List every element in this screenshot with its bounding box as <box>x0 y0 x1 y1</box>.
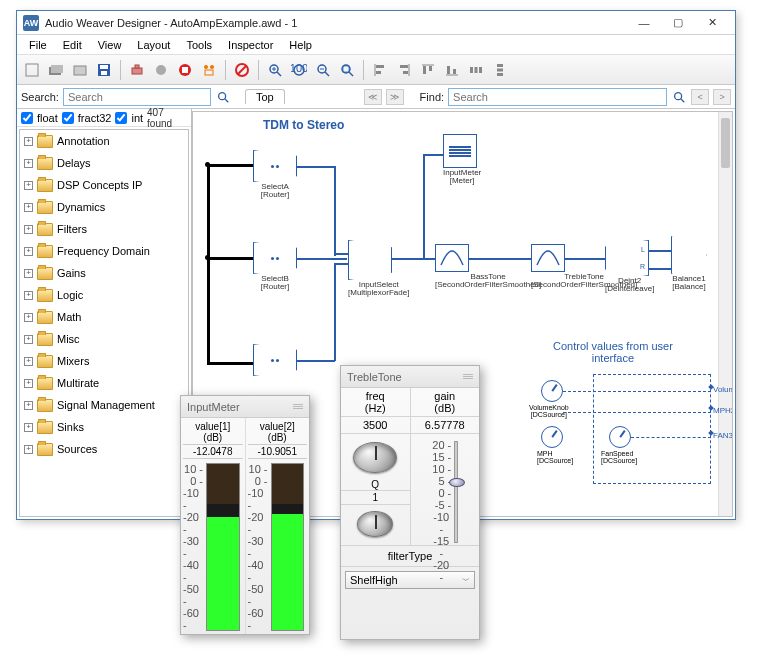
gain-slider-thumb[interactable] <box>449 478 465 487</box>
drag-grip-icon[interactable] <box>463 374 473 379</box>
find-prev[interactable]: < <box>691 89 709 105</box>
expand-icon[interactable]: + <box>24 203 33 212</box>
expand-icon[interactable]: + <box>24 225 33 234</box>
out-volume1: Volume1 <box>713 385 733 394</box>
tree-item[interactable]: +Annotation <box>20 130 188 152</box>
tb-open[interactable] <box>45 59 67 81</box>
gain-slider[interactable] <box>454 441 458 543</box>
expand-icon[interactable]: + <box>24 445 33 454</box>
find-next[interactable]: > <box>713 89 731 105</box>
tree-item[interactable]: +Filters <box>20 218 188 240</box>
tb-dist-v[interactable] <box>489 59 511 81</box>
tb-zoom-out[interactable] <box>312 59 334 81</box>
menu-tools[interactable]: Tools <box>178 37 220 53</box>
tree-item[interactable]: +Delays <box>20 152 188 174</box>
expand-icon[interactable]: + <box>24 335 33 344</box>
tree-item[interactable]: +Signal Management <box>20 394 188 416</box>
find-icon[interactable] <box>671 89 687 105</box>
tab-nav-next[interactable]: ≫ <box>386 89 404 105</box>
tree-item[interactable]: +Logic <box>20 284 188 306</box>
input-meter-title[interactable]: InputMeter <box>181 396 309 418</box>
folder-icon <box>37 179 53 192</box>
tree-item[interactable]: +Sources <box>20 438 188 460</box>
menu-inspector[interactable]: Inspector <box>220 37 281 53</box>
tb-align-right[interactable] <box>393 59 415 81</box>
tb-build[interactable] <box>126 59 148 81</box>
expand-icon[interactable]: + <box>24 401 33 410</box>
tree-item[interactable]: +Sinks <box>20 416 188 438</box>
expand-icon[interactable]: + <box>24 357 33 366</box>
search-icon[interactable] <box>215 89 231 105</box>
filter-type-dropdown[interactable]: ShelfHigh﹀ <box>345 571 475 589</box>
tree-item[interactable]: +Mixers <box>20 350 188 372</box>
menu-help[interactable]: Help <box>281 37 320 53</box>
q-knob[interactable] <box>357 511 393 537</box>
module-tree[interactable]: +Annotation+Delays+DSP Concepts IP+Dynam… <box>19 129 189 517</box>
expand-icon[interactable]: + <box>24 181 33 190</box>
minimize-button[interactable]: — <box>627 13 661 33</box>
expand-icon[interactable]: + <box>24 159 33 168</box>
expand-icon[interactable]: + <box>24 379 33 388</box>
module-search-input[interactable] <box>63 88 211 106</box>
block-select-a[interactable]: SelectA [Router] <box>253 150 297 200</box>
window-title: Audio Weaver Designer - AutoAmpExample.a… <box>45 17 627 29</box>
tb-align-top[interactable] <box>417 59 439 81</box>
tree-item[interactable]: +Dynamics <box>20 196 188 218</box>
tree-item[interactable]: +Misc <box>20 328 188 350</box>
expand-icon[interactable]: + <box>24 313 33 322</box>
filter-int-chk[interactable] <box>115 112 127 124</box>
gain-hdr: gain (dB) <box>411 388 480 416</box>
expand-icon[interactable]: + <box>24 247 33 256</box>
tb-save[interactable] <box>93 59 115 81</box>
tb-stop[interactable] <box>174 59 196 81</box>
block-balance1[interactable]: Balance1 [Balance] <box>671 236 707 292</box>
tab-nav-prev[interactable]: ≪ <box>364 89 382 105</box>
tb-new[interactable] <box>21 59 43 81</box>
tree-item[interactable]: +Math <box>20 306 188 328</box>
expand-icon[interactable]: + <box>24 291 33 300</box>
freq-knob[interactable] <box>353 442 397 473</box>
input-meter-panel[interactable]: InputMeter value[1] (dB) -12.0478 10 -0 … <box>180 395 310 635</box>
tb-tune[interactable] <box>198 59 220 81</box>
block-mph[interactable] <box>541 426 563 448</box>
block-fan-speed[interactable] <box>609 426 631 448</box>
treble-tone-panel[interactable]: TrebleTone freq (Hz) gain (dB) 3500 6.57… <box>340 365 480 640</box>
tb-zoom-in[interactable] <box>264 59 286 81</box>
close-button[interactable]: ✕ <box>695 13 729 33</box>
canvas-find-input[interactable] <box>448 88 667 106</box>
filter-fract32-chk[interactable] <box>62 112 74 124</box>
expand-icon[interactable]: + <box>24 137 33 146</box>
tb-browse[interactable] <box>69 59 91 81</box>
treble-tone-title[interactable]: TrebleTone <box>341 366 479 388</box>
tree-item[interactable]: +Frequency Domain <box>20 240 188 262</box>
drag-grip-icon[interactable] <box>293 404 303 409</box>
tb-align-left[interactable] <box>369 59 391 81</box>
block-input-meter[interactable]: InputMeter [Meter] <box>443 134 481 186</box>
block-deint2[interactable]: L R Deint2 [Deinterleave] <box>605 240 654 294</box>
block-volume-knob[interactable] <box>541 380 563 402</box>
tb-record[interactable] <box>150 59 172 81</box>
block-input-select[interactable]: InputSelect [MultiplexorFade] <box>348 240 409 298</box>
tb-zoom-100[interactable]: 100 <box>288 59 310 81</box>
tb-disable[interactable] <box>231 59 253 81</box>
filter-float-chk[interactable] <box>21 112 33 124</box>
expand-icon[interactable]: + <box>24 269 33 278</box>
block-bass-tone[interactable]: BassTone [SecondOrderFilterSmoothed] <box>435 244 541 290</box>
menu-layout[interactable]: Layout <box>129 37 178 53</box>
canvas-tab-top[interactable]: Top <box>245 89 285 104</box>
titlebar[interactable]: AW Audio Weaver Designer - AutoAmpExampl… <box>17 11 735 35</box>
block-select-c[interactable] <box>253 344 297 376</box>
maximize-button[interactable]: ▢ <box>661 13 695 33</box>
tb-dist-h[interactable] <box>465 59 487 81</box>
block-select-b[interactable]: SelectB [Router] <box>253 242 297 292</box>
tb-zoom-fit[interactable] <box>336 59 358 81</box>
menu-edit[interactable]: Edit <box>55 37 90 53</box>
tb-align-bottom[interactable] <box>441 59 463 81</box>
tree-item[interactable]: +DSP Concepts IP <box>20 174 188 196</box>
menu-view[interactable]: View <box>90 37 130 53</box>
expand-icon[interactable]: + <box>24 423 33 432</box>
menu-file[interactable]: File <box>21 37 55 53</box>
tree-item[interactable]: +Gains <box>20 262 188 284</box>
canvas-scrollbar-v[interactable] <box>718 112 732 516</box>
tree-item[interactable]: +Multirate <box>20 372 188 394</box>
